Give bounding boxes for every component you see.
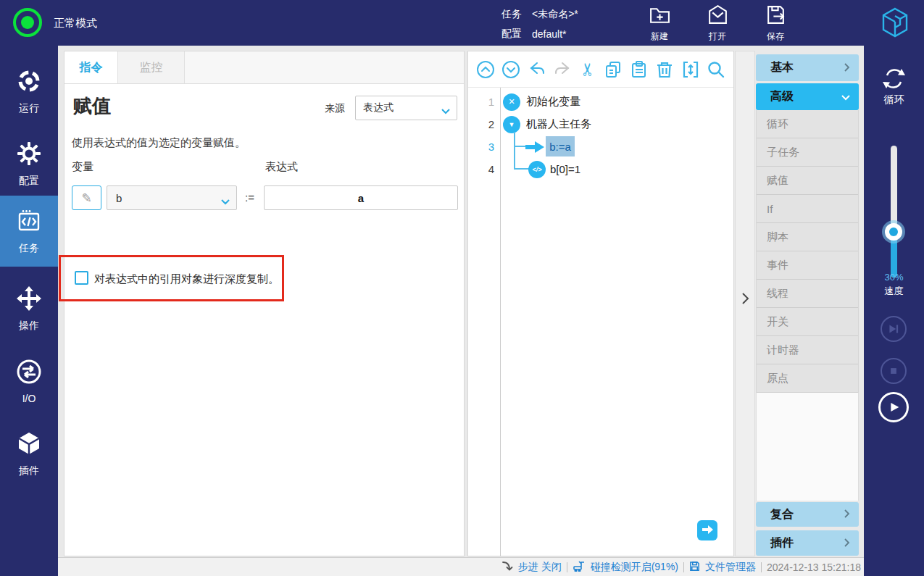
undo-button[interactable]	[527, 59, 547, 80]
file-manager-link[interactable]: 文件管理器	[705, 561, 756, 574]
file-manager-icon	[689, 561, 700, 574]
new-button[interactable]: 新建	[641, 4, 678, 43]
arrow-right-icon	[702, 524, 713, 537]
new-file-icon	[649, 4, 671, 29]
status-indicator-icon	[13, 8, 42, 37]
sidebar-item-task[interactable]: 任务	[0, 196, 58, 267]
item-thread[interactable]: 线程	[757, 280, 858, 308]
tree-row-selected[interactable]: 3	[468, 135, 735, 158]
item-script[interactable]: 脚本	[757, 223, 858, 251]
variable-select[interactable]: b	[107, 185, 237, 210]
app-window: 正常模式 任务 <未命名>* 配置 default* 新建	[0, 0, 924, 576]
sidebar-item-run[interactable]: 运行	[0, 57, 58, 126]
page-title: 赋值	[73, 93, 111, 119]
cube-icon	[16, 430, 42, 459]
selected-node-chip[interactable]: b:=a	[546, 136, 575, 156]
brand-logo-icon	[878, 6, 912, 42]
save-button[interactable]: 保存	[757, 4, 794, 43]
gear-icon	[16, 141, 42, 170]
move-down-button[interactable]	[501, 59, 521, 80]
speed-percent: 30%	[864, 272, 924, 283]
step-forward-button[interactable]	[881, 316, 907, 342]
category-advanced[interactable]: 高级	[756, 83, 859, 110]
tab-instruction[interactable]: 指令	[64, 51, 118, 83]
stop-icon	[886, 364, 901, 378]
search-icon[interactable]	[706, 59, 726, 80]
sidebar-item-operate[interactable]: 操作	[0, 274, 58, 343]
sidebar-item-io[interactable]: I/O	[0, 346, 58, 416]
move-arrows-icon	[16, 285, 42, 314]
clock: 2024-12-13 15:21:18	[767, 562, 861, 573]
open-button[interactable]: 打开	[699, 4, 736, 43]
source-label: 来源	[325, 102, 345, 115]
script-circle-icon: </>	[528, 161, 546, 178]
cut-button[interactable]: ✂	[578, 59, 598, 80]
chevron-right-icon	[844, 537, 850, 550]
item-subtask[interactable]: 子任务	[757, 138, 858, 167]
tree-row[interactable]: 1 ✕ 初始化变量	[468, 91, 735, 113]
pencil-icon: ✎	[81, 191, 91, 206]
collision-detect-icon	[573, 560, 586, 574]
item-loop[interactable]: 循环	[757, 110, 858, 138]
copy-button[interactable]	[604, 59, 624, 80]
x-circle-icon: ✕	[503, 93, 520, 111]
apply-next-button[interactable]	[697, 520, 717, 540]
category-empty-area	[756, 393, 859, 501]
instruction-panel: 指令 监控 赋值 来源 表达式 使用表达式的值为选定的变量赋值。 变量 表达式 …	[64, 51, 465, 556]
speed-label: 速度	[864, 285, 924, 298]
category-composite[interactable]: 复合	[756, 502, 859, 527]
delete-button[interactable]	[654, 59, 675, 80]
edit-variable-button[interactable]: ✎	[72, 185, 101, 210]
speed-slider-knob[interactable]	[885, 223, 902, 241]
run-control-bar: 循环 30% 速度	[864, 46, 924, 576]
mode-label: 正常模式	[54, 0, 97, 46]
deep-copy-label: 对表达式中的引用对象进行深度复制。	[94, 272, 279, 286]
loop-label: 循环	[864, 93, 924, 107]
separator	[567, 562, 567, 572]
collision-detect-status[interactable]: 碰撞检测开启(91%)	[591, 561, 678, 574]
chevron-right-icon	[844, 508, 850, 521]
item-assign[interactable]: 赋值	[757, 167, 858, 195]
category-basic[interactable]: 基本	[756, 54, 859, 81]
expand-tree-panel-handle[interactable]	[735, 51, 755, 556]
step-mode-status[interactable]: 步进 关闭	[518, 561, 562, 574]
loop-mode-icon[interactable]	[881, 66, 907, 94]
instruction-category-panel: 基本 高级 循环 子任务 赋值 If 脚本 事件 线程 开关 计时器 原点 复合	[756, 51, 859, 556]
tree-row[interactable]: 2 ▼ 机器人主任务	[468, 113, 735, 135]
stop-button[interactable]	[881, 358, 907, 384]
expression-label: 表达式	[265, 160, 298, 174]
item-if[interactable]: If	[757, 195, 858, 223]
item-timer[interactable]: 计时器	[757, 336, 858, 364]
open-file-icon	[707, 4, 729, 29]
tree-row[interactable]: 4 </> b[0]=1	[468, 158, 735, 180]
save-icon	[765, 4, 787, 29]
category-plugin[interactable]: 插件	[756, 530, 859, 556]
paste-button[interactable]	[629, 59, 649, 80]
variable-label: 变量	[72, 160, 93, 174]
redo-button[interactable]	[552, 59, 573, 80]
sidebar-item-plugin[interactable]: 插件	[0, 419, 58, 488]
play-icon	[886, 399, 902, 415]
chevron-right-icon	[844, 62, 850, 75]
program-tree-panel: ✂ 1 ✕ 初始化变量 2	[467, 51, 734, 556]
item-switch[interactable]: 开关	[757, 308, 858, 336]
chevron-down-icon	[841, 91, 850, 104]
chevron-down-icon	[441, 105, 450, 117]
tab-monitor[interactable]: 监控	[118, 51, 185, 83]
source-select[interactable]: 表达式	[355, 96, 457, 120]
play-button[interactable]	[878, 392, 909, 422]
move-up-button[interactable]	[475, 59, 496, 80]
chevron-down-icon	[221, 195, 230, 207]
sidebar-item-config[interactable]: 配置	[0, 129, 58, 199]
item-origin[interactable]: 原点	[757, 364, 858, 393]
arrow-right-icon	[525, 141, 544, 156]
left-nav: 运行 配置 任务	[0, 46, 58, 576]
config-label: 配置	[501, 28, 526, 41]
deep-copy-checkbox[interactable]	[75, 271, 88, 285]
item-event[interactable]: 事件	[757, 251, 858, 280]
separator	[683, 562, 684, 572]
expression-input[interactable]: a	[264, 185, 458, 210]
insert-into-button[interactable]	[680, 59, 701, 80]
tree-toolbar: ✂	[468, 51, 733, 88]
task-label: 任务	[501, 8, 526, 21]
